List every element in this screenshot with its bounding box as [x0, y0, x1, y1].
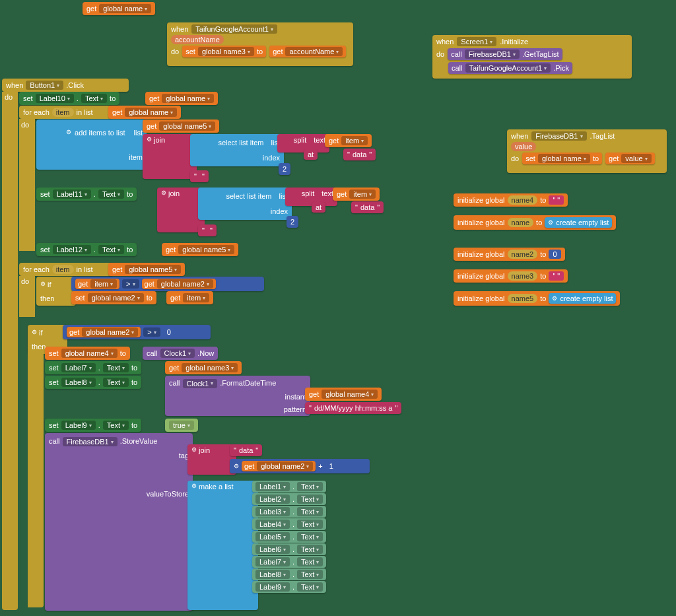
set-block[interactable]: setglobal name4to	[45, 347, 130, 360]
get-block[interactable]: getglobal name5	[162, 243, 238, 256]
join-block[interactable]: ⚙join	[143, 134, 197, 179]
kw: get	[86, 5, 96, 13]
set-block[interactable]: setglobal name2to	[71, 291, 156, 304]
if-block[interactable]: ⚙if then	[36, 277, 76, 306]
set-block[interactable]: set global name3 to	[182, 46, 266, 57]
string-block[interactable]: "dd/MM/yyyy hh:mm:ss a"	[305, 402, 401, 414]
get-block[interactable]: get value	[605, 153, 655, 164]
get-block[interactable]: getitem	[333, 188, 380, 201]
get-block[interactable]: getitem	[325, 134, 372, 147]
event-button-click[interactable]: when Button1 .Click	[2, 79, 129, 92]
select-list-item[interactable]: select list item list index	[190, 134, 284, 166]
set-prop[interactable]: setLabel7.Textto	[45, 361, 141, 374]
compare-block[interactable]: getitem > getglobal name2	[71, 277, 264, 291]
prop-getter[interactable]: Label3.Text	[252, 506, 326, 518]
prop-getter[interactable]: Label5.Text	[252, 531, 326, 543]
set-prop[interactable]: setLabel8.Textto	[45, 376, 141, 389]
init-global[interactable]: initialize global name5 to ⚙ create empt…	[454, 291, 620, 306]
call-block[interactable]: callClock1.Now	[143, 347, 218, 360]
op-dd[interactable]: >	[122, 279, 139, 289]
var-dd[interactable]: global name	[99, 4, 151, 13]
set-prop[interactable]: setLabel12.Textto	[36, 243, 137, 256]
foreach-block[interactable]: for eachitemin list	[19, 263, 113, 276]
event-picked[interactable]: when TaifunGoogleAccount1 accountName do…	[167, 22, 353, 66]
get-block[interactable]: getglobal name5	[108, 263, 185, 276]
get-block[interactable]: get accountName	[269, 46, 346, 57]
arg: accountName	[171, 35, 224, 44]
set-prop[interactable]: setLabel9.Textto	[45, 419, 141, 432]
prop-getter[interactable]: Label2.Text	[252, 493, 326, 505]
label-list: Label1.TextLabel2.TextLabel3.TextLabel4.…	[252, 481, 326, 593]
event-taglist[interactable]: when FirebaseDB1 .TagList value do set g…	[507, 129, 667, 173]
number-block[interactable]: 2	[279, 163, 290, 175]
string-block[interactable]: "data"	[343, 149, 376, 160]
number-block[interactable]: 2	[287, 216, 298, 228]
select-list-item[interactable]: select list item list index	[198, 188, 292, 220]
add-items[interactable]: ⚙add items to list list item	[36, 120, 147, 170]
kw: do	[171, 48, 179, 55]
bool-block[interactable]: true	[165, 419, 198, 432]
get-block[interactable]: getglobal name5	[143, 120, 219, 133]
kw-do: do	[5, 93, 13, 101]
join-block[interactable]: ⚙join	[187, 444, 236, 475]
get-block[interactable]: getitem	[166, 291, 213, 304]
call-storevalue[interactable]: callFirebaseDB1.StoreValue tag valueToSt…	[45, 433, 193, 611]
init-global[interactable]: initialize global name to ⚙ create empty…	[454, 215, 616, 230]
set-prop[interactable]: setLabel11.Textto	[36, 188, 137, 201]
compare-block[interactable]: getglobal name2 > 0	[63, 325, 211, 339]
prop-getter[interactable]: Label4.Text	[252, 518, 326, 530]
at-label: at	[304, 149, 318, 160]
prop-getter[interactable]: Label9.Text	[252, 581, 326, 593]
init-global[interactable]: initialize global name4 to " "	[454, 193, 568, 207]
call-block[interactable]: call FirebaseDB1 .GetTagList	[448, 48, 562, 60]
comp-dd[interactable]: TaifunGoogleAccount1	[191, 24, 277, 34]
string-block[interactable]: "data"	[230, 444, 262, 456]
empty-list[interactable]: ⚙ create empty list	[545, 217, 612, 228]
get-block[interactable]: getglobal name3	[165, 361, 242, 374]
foreach-block[interactable]: for each item in list	[19, 106, 113, 119]
event-body-rail	[2, 92, 18, 610]
make-list[interactable]: ⚙make a list	[187, 481, 258, 610]
get-block[interactable]: getglobal name	[108, 106, 181, 119]
kw: when	[171, 25, 188, 33]
call-fdt[interactable]: callClock1.FormatDateTime instant patter…	[165, 376, 310, 416]
if-rail	[28, 350, 44, 607]
prop-getter[interactable]: Label7.Text	[252, 556, 326, 568]
string-block[interactable]: " "	[198, 224, 217, 236]
empty-list[interactable]: ⚙ create empty list	[549, 293, 616, 304]
foreach-rail	[19, 119, 35, 251]
get-block[interactable]: getglobal name4	[305, 388, 382, 401]
set-block[interactable]: set global name to	[522, 153, 602, 164]
prop-getter[interactable]: Label8.Text	[252, 568, 326, 580]
get-block[interactable]: get global name	[83, 2, 155, 15]
call-block[interactable]: call TaifunGoogleAccount1 .Pick	[448, 62, 572, 74]
init-global[interactable]: initialize global name2 to 0	[454, 248, 565, 261]
string-block[interactable]: "data"	[351, 201, 384, 213]
init-global[interactable]: initialize global name3 to " "	[454, 269, 568, 283]
event-init[interactable]: when Screen1 .Initialize do call Firebas…	[432, 35, 632, 79]
set-prop[interactable]: set Label10 . Text to	[19, 92, 119, 105]
prop-getter[interactable]: Label1.Text	[252, 481, 326, 493]
string-block[interactable]: " "	[190, 170, 209, 182]
math-plus[interactable]: ⚙ getglobal name2 + 1	[230, 459, 370, 473]
prop-getter[interactable]: Label6.Text	[252, 543, 326, 555]
get-block[interactable]: getglobal name	[145, 92, 218, 105]
